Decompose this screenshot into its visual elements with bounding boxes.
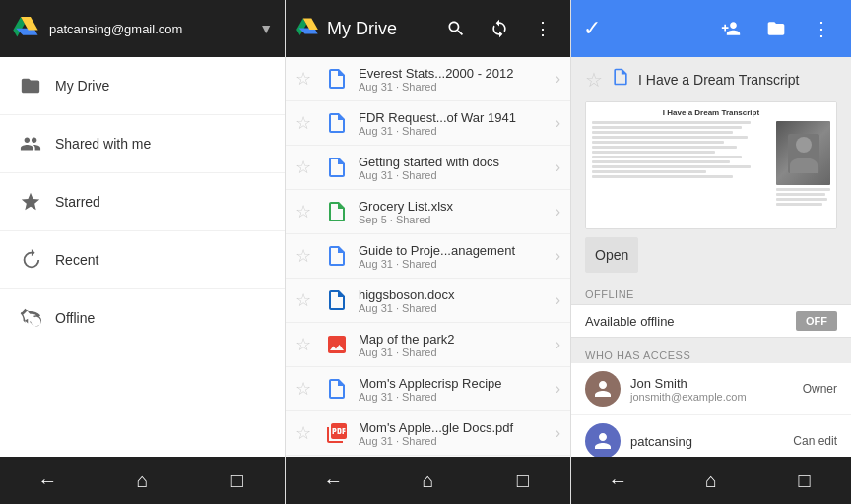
file-star-icon[interactable]: ☆: [295, 378, 315, 400]
file-chevron-icon: ›: [556, 380, 560, 398]
back-button[interactable]: ←: [28, 461, 67, 500]
add-user-button[interactable]: [713, 11, 749, 46]
offline-toggle[interactable]: OFF: [796, 311, 837, 331]
file-chevron-icon: ›: [556, 158, 560, 176]
people-icon: [20, 133, 41, 155]
access-name-jonsmith: Jon Smith: [630, 376, 793, 391]
file-star-icon[interactable]: ☆: [295, 68, 315, 90]
file-name: Grocery List.xlsx: [359, 199, 548, 214]
mid-more-button[interactable]: ⋮: [525, 11, 560, 46]
file-name: Guide to Proje...anagement: [359, 243, 548, 258]
file-type-icon: [323, 331, 351, 358]
access-section-header: WHO HAS ACCESS: [571, 344, 851, 363]
file-type-icon: [323, 198, 351, 225]
file-item[interactable]: ☆ Guide to Proje...anagement Aug 31 · Sh…: [286, 234, 570, 279]
search-button[interactable]: [438, 11, 474, 46]
check-icon: ✓: [583, 16, 601, 41]
doc-star-icon[interactable]: ☆: [585, 68, 603, 92]
file-meta: Aug 31 · Shared: [359, 169, 548, 181]
right-more-button[interactable]: ⋮: [804, 11, 839, 46]
file-info: Guide to Proje...anagement Aug 31 · Shar…: [359, 243, 548, 270]
access-info-patcansing: patcansing: [630, 434, 783, 449]
file-star-icon[interactable]: ☆: [295, 201, 315, 222]
file-star-icon[interactable]: ☆: [295, 245, 315, 267]
file-name: Getting started with docs: [359, 155, 548, 169]
folder-icon: [20, 75, 41, 96]
file-meta: Aug 31 · Shared: [359, 302, 548, 314]
file-name: Map of the park2: [359, 332, 548, 346]
file-meta: Aug 31 · Shared: [359, 125, 548, 137]
mid-back-button[interactable]: ←: [313, 461, 353, 500]
file-meta: Sep 5 · Shared: [359, 214, 548, 225]
file-name: Everest Stats...2000 - 2012: [359, 66, 548, 81]
sidebar-item-shared[interactable]: Shared with me: [0, 115, 285, 173]
file-info: FDR Request...of War 1941 Aug 31 · Share…: [359, 110, 548, 137]
file-item[interactable]: ☆ Everest Stats...2000 - 2012 Aug 31 · S…: [286, 57, 570, 101]
left-bottom-bar: ← ⌂ □: [0, 457, 285, 504]
file-info: Mom's Applecrisp Recipe Aug 31 · Shared: [359, 376, 548, 403]
home-button[interactable]: ⌂: [122, 461, 162, 500]
file-chevron-icon: ›: [556, 203, 560, 220]
file-type-icon: [323, 375, 351, 403]
doc-title-bar: ☆ I Have a Dream Transcript: [571, 57, 851, 101]
avatar-jonsmith: [585, 371, 621, 407]
right-home-button[interactable]: ⌂: [691, 461, 731, 500]
refresh-button[interactable]: [482, 11, 517, 46]
file-star-icon[interactable]: ☆: [295, 289, 315, 311]
file-star-icon[interactable]: ☆: [295, 112, 315, 134]
sidebar-item-my-drive-label: My Drive: [55, 78, 109, 94]
file-item[interactable]: ☆ FDR Request...of War 1941 Aug 31 · Sha…: [286, 101, 570, 146]
file-list: ☆ Everest Stats...2000 - 2012 Aug 31 · S…: [286, 57, 570, 457]
doc-preview-title: I Have a Dream Transcript: [592, 108, 830, 117]
file-name: Mom's Applecrisp Recipe: [359, 376, 548, 391]
offline-row: Available offline OFF: [571, 304, 851, 338]
doc-type-icon: [611, 67, 630, 92]
file-name: higgsboson.docx: [359, 287, 548, 302]
file-item[interactable]: ☆ Getting started with docs Aug 31 · Sha…: [286, 146, 570, 190]
file-meta: Aug 31 · Shared: [359, 391, 548, 403]
left-panel: patcansing@gmail.com ▼ My Drive Shared w…: [0, 0, 286, 504]
access-email-jonsmith: jonsmith@example.com: [630, 391, 793, 403]
file-chevron-icon: ›: [556, 247, 560, 265]
file-chevron-icon: ›: [556, 336, 560, 353]
file-item[interactable]: ☆ Mom's Apple...gle Docs.pdf Aug 31 · Sh…: [286, 411, 570, 456]
file-item[interactable]: ☆ higgsboson.docx Aug 31 · Shared ›: [286, 279, 570, 323]
file-type-icon: [323, 419, 351, 447]
offline-label: Available offline: [585, 314, 796, 329]
sidebar-item-offline[interactable]: Offline: [0, 289, 285, 347]
left-header: patcansing@gmail.com ▼: [0, 0, 285, 57]
access-name-patcansing: patcansing: [630, 434, 783, 449]
sidebar-item-offline-label: Offline: [55, 310, 95, 326]
file-type-icon: [323, 154, 351, 181]
header-chevron[interactable]: ▼: [259, 21, 273, 36]
file-meta: Aug 31 · Shared: [359, 435, 548, 447]
file-star-icon[interactable]: ☆: [295, 334, 315, 355]
sidebar-item-my-drive[interactable]: My Drive: [0, 57, 285, 115]
right-bottom-bar: ← ⌂ □: [571, 457, 851, 504]
access-item-jonsmith: Jon Smith jonsmith@example.com Owner: [571, 363, 851, 415]
file-star-icon[interactable]: ☆: [295, 157, 315, 178]
file-item[interactable]: ☆ Mom's Applecrisp Recipe Aug 31 · Share…: [286, 367, 570, 411]
mid-header: My Drive ⋮: [286, 0, 570, 57]
file-info: Everest Stats...2000 - 2012 Aug 31 · Sha…: [359, 66, 548, 93]
mid-home-button[interactable]: ⌂: [408, 461, 447, 500]
sidebar-item-recent[interactable]: Recent: [0, 231, 285, 289]
clock-icon: [20, 249, 41, 271]
open-button[interactable]: Open: [585, 237, 638, 273]
avatar-patcansing: [585, 423, 621, 457]
file-item[interactable]: ☆ Map of the park2 Aug 31 · Shared ›: [286, 323, 570, 367]
account-label: patcansing@gmail.com: [49, 22, 249, 36]
mid-recents-button[interactable]: □: [503, 461, 543, 500]
mid-bottom-bar: ← ⌂ □: [286, 457, 570, 504]
access-item-patcansing: patcansing Can edit: [571, 415, 851, 457]
doc-preview: I Have a Dream Transcript: [585, 101, 837, 229]
recents-button[interactable]: □: [218, 461, 257, 500]
right-back-button[interactable]: ←: [598, 461, 637, 500]
folder-button[interactable]: [758, 11, 794, 46]
file-chevron-icon: ›: [556, 424, 560, 442]
sidebar-item-starred[interactable]: Starred: [0, 173, 285, 231]
file-star-icon[interactable]: ☆: [295, 422, 315, 444]
file-type-icon: [323, 242, 351, 270]
right-recents-button[interactable]: □: [785, 461, 824, 500]
file-item[interactable]: ☆ Grocery List.xlsx Sep 5 · Shared ›: [286, 190, 570, 234]
